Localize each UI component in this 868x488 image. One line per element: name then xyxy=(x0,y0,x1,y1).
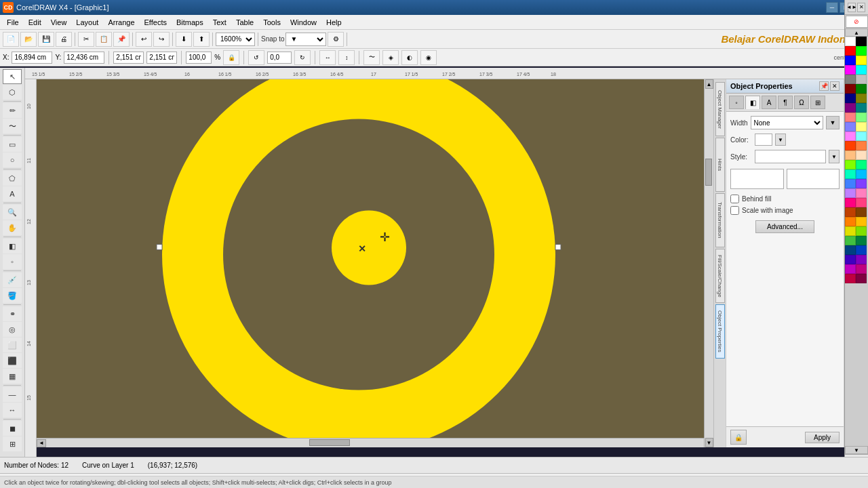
color-swatch-3[interactable] xyxy=(856,46,867,56)
color-swatch-50[interactable] xyxy=(845,274,856,283)
smart-draw-tool[interactable]: 〜 xyxy=(3,119,22,134)
color-swatch-38[interactable] xyxy=(845,217,856,226)
flip-v-btn[interactable]: ↕ xyxy=(338,50,355,65)
color-swatch-18[interactable] xyxy=(845,122,856,131)
rotate-left-btn[interactable]: ↺ xyxy=(248,50,264,65)
rectangle-tool[interactable]: ▭ xyxy=(3,137,22,152)
shadow-tool[interactable]: ▦ xyxy=(3,369,22,384)
panel-pin-btn[interactable]: 📌 xyxy=(819,81,829,91)
snap-nodes-btn[interactable]: ◈ xyxy=(382,50,399,65)
scroll-track-h[interactable] xyxy=(46,439,704,447)
import-btn[interactable]: ⬇ xyxy=(176,32,192,47)
extrude-tool[interactable]: ⬛ xyxy=(3,353,22,368)
scroll-up-btn[interactable]: ▲ xyxy=(705,79,713,89)
color-swatch-27[interactable] xyxy=(856,160,867,169)
color-swatch-6[interactable] xyxy=(845,65,856,75)
scroll-thumb-h[interactable] xyxy=(309,439,350,446)
scale-image-checkbox[interactable] xyxy=(730,206,739,215)
color-swatch-39[interactable] xyxy=(856,217,867,226)
color-swatch-51[interactable] xyxy=(856,274,867,283)
select-tool[interactable]: ↖ xyxy=(3,69,22,84)
scroll-down-btn[interactable]: ▼ xyxy=(705,438,713,447)
color-swatch-29[interactable] xyxy=(856,169,867,179)
color-swatch-43[interactable] xyxy=(856,236,867,245)
no-fill-swatch[interactable]: ⊘ xyxy=(846,16,868,28)
color-swatch-20[interactable] xyxy=(845,131,856,141)
angle-input[interactable] xyxy=(267,52,292,64)
tab-object-manager[interactable]: Object Manager xyxy=(715,82,725,136)
color-swatch-30[interactable] xyxy=(845,179,856,188)
behind-fill-checkbox[interactable] xyxy=(730,195,739,203)
y-input[interactable] xyxy=(64,52,104,64)
style-dropdown-btn[interactable]: ▼ xyxy=(829,150,840,163)
interactive-fill-tool[interactable]: ◼ xyxy=(3,421,22,436)
pan-tool[interactable]: ✋ xyxy=(3,220,22,235)
freehand-smooth-btn[interactable]: 〜 xyxy=(363,50,380,65)
palette-expand-btn[interactable]: ◄► xyxy=(848,3,856,12)
color-swatch-36[interactable] xyxy=(845,207,856,217)
color-swatch-28[interactable] xyxy=(845,169,856,179)
lock-aspect-btn[interactable]: 🔒 xyxy=(223,50,239,65)
open-btn[interactable]: 📂 xyxy=(20,32,37,47)
color-swatch-13[interactable] xyxy=(856,94,867,103)
color-swatch-26[interactable] xyxy=(845,160,856,169)
tab-transformation[interactable]: Transformation xyxy=(715,193,725,247)
mesh-fill-tool[interactable]: ⊞ xyxy=(3,436,22,451)
height-input[interactable] xyxy=(146,52,177,64)
menu-text[interactable]: Text xyxy=(209,17,231,28)
zoom-tool[interactable]: 🔍 xyxy=(3,205,22,220)
minimize-button[interactable]: ─ xyxy=(826,2,838,13)
scroll-thumb-v[interactable] xyxy=(705,159,712,186)
menu-layout[interactable]: Layout xyxy=(72,17,102,28)
color-swatch-33[interactable] xyxy=(856,188,867,198)
color-swatch-25[interactable] xyxy=(856,150,867,160)
flip-h-btn[interactable]: ↔ xyxy=(319,50,336,65)
canvas-area[interactable]: ✕ ✛ xyxy=(37,79,713,447)
width-options-btn[interactable]: ▼ xyxy=(826,116,840,129)
color-swatch-34[interactable] xyxy=(845,198,856,207)
scroll-left-btn[interactable]: ◄ xyxy=(37,439,46,447)
smart-fill-btn[interactable]: ◉ xyxy=(420,50,437,65)
color-swatch-17[interactable] xyxy=(856,113,867,122)
copy-btn[interactable]: 📋 xyxy=(96,32,112,47)
color-swatch-40[interactable] xyxy=(845,226,856,236)
connector-tool[interactable]: — xyxy=(3,387,22,402)
width-input[interactable] xyxy=(113,52,144,64)
color-swatch-32[interactable] xyxy=(845,188,856,198)
color-swatch-8[interactable] xyxy=(845,75,856,84)
freehand-tool[interactable]: ✏ xyxy=(3,103,22,118)
tab-fill[interactable]: ◧ xyxy=(745,96,760,109)
width-dropdown[interactable]: None xyxy=(751,116,823,129)
tab-char[interactable]: Ω xyxy=(794,96,809,109)
menu-window[interactable]: Window xyxy=(286,17,321,28)
color-swatch-2[interactable] xyxy=(845,46,856,56)
color-swatch-14[interactable] xyxy=(845,103,856,113)
color-swatch-42[interactable] xyxy=(845,236,856,245)
palette-scroll-up[interactable]: ▲ xyxy=(845,28,868,37)
color-swatch-7[interactable] xyxy=(856,65,867,75)
color-swatch-23[interactable] xyxy=(856,141,867,150)
eyedropper-tool[interactable]: 💉 xyxy=(3,272,22,287)
color-swatch-48[interactable] xyxy=(845,264,856,274)
undo-btn[interactable]: ↩ xyxy=(136,32,152,47)
scale-input[interactable] xyxy=(186,52,212,64)
paste-btn[interactable]: 📌 xyxy=(113,32,130,47)
color-swatch-31[interactable] xyxy=(856,179,867,188)
tab-extra[interactable]: ⊞ xyxy=(810,96,825,109)
zoom-dropdown[interactable]: 1600% xyxy=(216,33,255,46)
color-swatch-49[interactable] xyxy=(856,264,867,274)
menu-view[interactable]: View xyxy=(47,17,71,28)
outline-tool[interactable]: ◦ xyxy=(3,254,22,269)
tab-object-properties[interactable]: Object Properties xyxy=(715,304,725,359)
contour-tool[interactable]: ◎ xyxy=(3,322,22,337)
color-swatch-10[interactable] xyxy=(845,84,856,94)
auto-close-btn[interactable]: ◐ xyxy=(401,50,418,65)
color-swatch-47[interactable] xyxy=(856,255,867,264)
envelope-tool[interactable]: ⬜ xyxy=(3,338,22,352)
save-btn[interactable]: 💾 xyxy=(38,32,54,47)
outer-ring[interactable]: ✕ ✛ xyxy=(128,79,603,447)
color-swatch-0[interactable] xyxy=(845,37,856,46)
fill-tool[interactable]: ◧ xyxy=(3,239,22,253)
color-swatch-22[interactable] xyxy=(845,141,856,150)
color-swatch-1[interactable] xyxy=(856,37,867,46)
